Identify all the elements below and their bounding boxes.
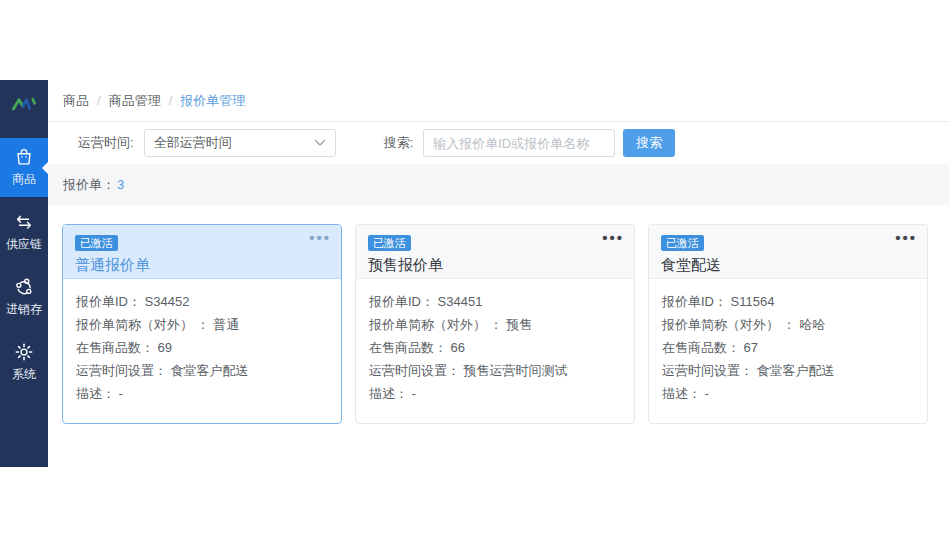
quote-card-title: 预售报价单 (368, 256, 622, 275)
sidebar: 商品供应链进销存系统 (0, 80, 48, 467)
status-badge: 已激活 (368, 235, 411, 251)
share-nodes-icon (13, 276, 35, 298)
app-frame: 商品供应链进销存系统 商品/商品管理/报价单管理 运营时间: 全部运营时间 搜索… (0, 80, 949, 467)
quote-card-field: 描述： - (76, 382, 328, 405)
quote-card-field: 运营时间设置： 预售运营时间测试 (369, 359, 621, 382)
quote-card-body: 报价单ID： S11564报价单简称（对外） ： 哈哈在售商品数： 67运营时间… (649, 279, 927, 416)
quote-card-field: 运营时间设置： 食堂客户配送 (76, 359, 328, 382)
chevron-down-icon (314, 138, 326, 149)
time-filter-value: 全部运营时间 (154, 134, 232, 152)
sidebar-item-系统[interactable]: 系统 (0, 333, 48, 392)
quote-card-title: 普通报价单 (75, 256, 329, 275)
quote-card-field: 报价单简称（对外） ： 哈哈 (662, 313, 914, 336)
quote-card-body: 报价单ID： S34451报价单简称（对外） ： 预售在售商品数： 66运营时间… (356, 279, 634, 416)
sidebar-item-供应链[interactable]: 供应链 (0, 203, 48, 262)
quote-card-3[interactable]: 已激活食堂配送•••报价单ID： S11564报价单简称（对外） ： 哈哈在售商… (648, 224, 928, 424)
more-options-icon[interactable]: ••• (602, 229, 624, 246)
quote-card-field: 运营时间设置： 食堂客户配送 (662, 359, 914, 382)
quote-card-header: 已激活食堂配送••• (649, 225, 927, 279)
quote-card-field: 报价单ID： S11564 (662, 290, 914, 313)
swap-arrows-icon (13, 211, 35, 233)
page: 商品供应链进销存系统 商品/商品管理/报价单管理 运营时间: 全部运营时间 搜索… (0, 0, 949, 548)
quote-card-field: 在售商品数： 66 (369, 336, 621, 359)
search-label: 搜索: (384, 134, 414, 152)
gear-icon (13, 341, 35, 363)
time-filter-select[interactable]: 全部运营时间 (144, 129, 336, 157)
quote-card-field: 报价单简称（对外） ： 普通 (76, 313, 328, 336)
more-options-icon[interactable]: ••• (309, 229, 331, 246)
breadcrumb-item-3: 报价单管理 (180, 92, 245, 110)
quote-card-header: 已激活预售报价单••• (356, 225, 634, 279)
sidebar-nav: 商品供应链进销存系统 (0, 138, 48, 398)
sidebar-item-label: 供应链 (6, 236, 42, 253)
quote-card-field: 描述： - (369, 382, 621, 405)
status-badge: 已激活 (661, 235, 704, 251)
sidebar-item-label: 商品 (12, 171, 36, 188)
brand-logo-icon (9, 89, 39, 119)
quote-count-label: 报价单： (63, 176, 115, 194)
quote-count-value: 3 (117, 177, 124, 192)
status-badge: 已激活 (75, 235, 118, 251)
sidebar-item-label: 进销存 (6, 301, 42, 318)
quote-card-1[interactable]: 已激活普通报价单•••报价单ID： S34452报价单简称（对外） ： 普通在售… (62, 224, 342, 424)
filter-bar: 运营时间: 全部运营时间 搜索: 搜索 (48, 122, 949, 164)
shopping-bag-icon (13, 146, 35, 168)
quote-card-field: 描述： - (662, 382, 914, 405)
search-input[interactable] (423, 129, 615, 157)
brand-logo (0, 80, 48, 128)
breadcrumb-separator: / (97, 93, 101, 108)
breadcrumb: 商品/商品管理/报价单管理 (48, 80, 949, 122)
more-options-icon[interactable]: ••• (895, 229, 917, 246)
breadcrumb-item-1[interactable]: 商品 (63, 92, 89, 110)
sidebar-item-label: 系统 (12, 366, 36, 383)
quote-card-field: 在售商品数： 69 (76, 336, 328, 359)
quote-card-title: 食堂配送 (661, 256, 915, 275)
breadcrumb-separator: / (169, 93, 173, 108)
sidebar-item-商品[interactable]: 商品 (0, 138, 48, 197)
breadcrumb-item-2[interactable]: 商品管理 (109, 92, 161, 110)
quote-count-bar: 报价单： 3 (48, 164, 949, 205)
quote-card-field: 在售商品数： 67 (662, 336, 914, 359)
search-group: 搜索: 搜索 (384, 129, 676, 157)
quote-card-field: 报价单简称（对外） ： 预售 (369, 313, 621, 336)
quote-card-field: 报价单ID： S34451 (369, 290, 621, 313)
quote-card-body: 报价单ID： S34452报价单简称（对外） ： 普通在售商品数： 69运营时间… (63, 279, 341, 416)
main-area: 商品/商品管理/报价单管理 运营时间: 全部运营时间 搜索: 搜索 报价单： 3 (48, 80, 949, 467)
time-filter-label: 运营时间: (78, 134, 134, 152)
search-button[interactable]: 搜索 (623, 129, 675, 157)
quote-card-list: 已激活普通报价单•••报价单ID： S34452报价单简称（对外） ： 普通在售… (48, 205, 949, 424)
quote-card-2[interactable]: 已激活预售报价单•••报价单ID： S34451报价单简称（对外） ： 预售在售… (355, 224, 635, 424)
quote-card-field: 报价单ID： S34452 (76, 290, 328, 313)
quote-card-header: 已激活普通报价单••• (63, 225, 341, 279)
sidebar-item-进销存[interactable]: 进销存 (0, 268, 48, 327)
